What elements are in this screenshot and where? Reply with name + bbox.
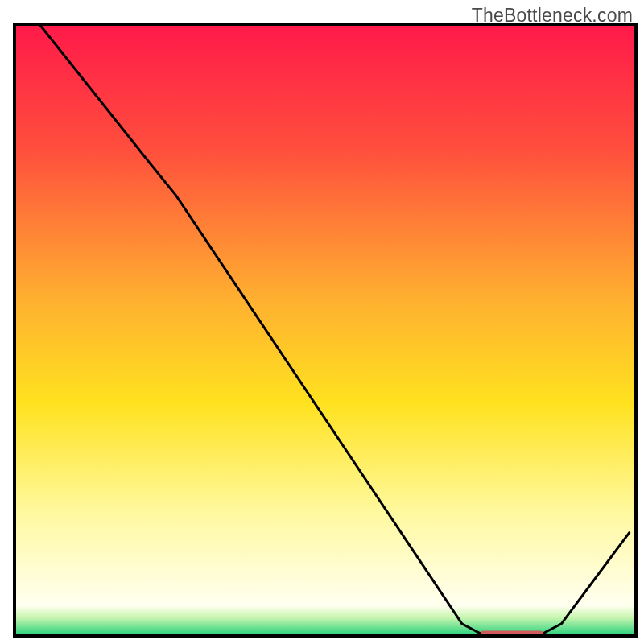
watermark-label: TheBottleneck.com xyxy=(472,5,633,27)
chart-container: TheBottleneck.com xyxy=(0,0,644,644)
gradient-background xyxy=(14,24,636,636)
plot-area xyxy=(14,24,636,637)
chart-svg xyxy=(0,0,644,644)
